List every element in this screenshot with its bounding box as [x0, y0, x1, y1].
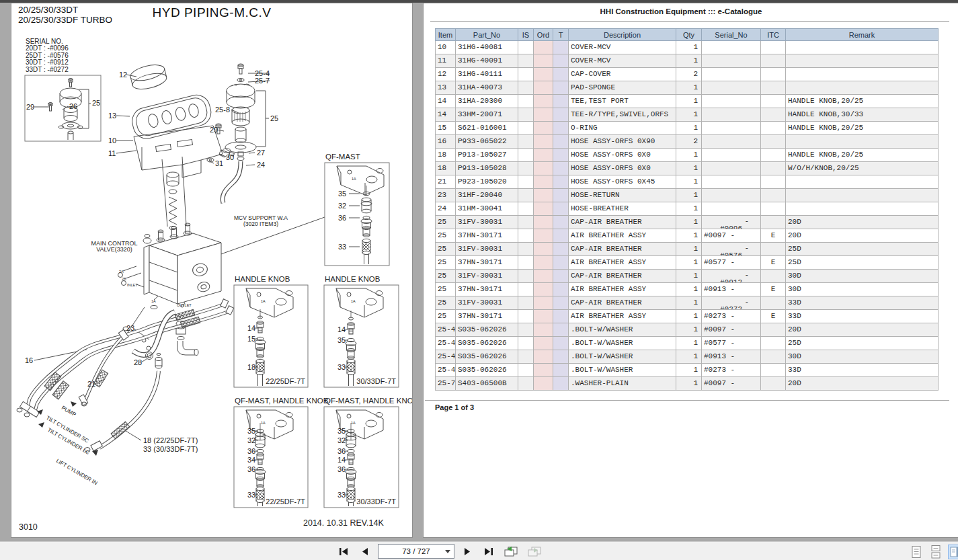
- table-row[interactable]: 1433HM-20071TEE-R/TYPE,SWIVEL,ORFS1HANDL…: [436, 108, 939, 122]
- cell-item: 25: [436, 270, 456, 283]
- cell-part_no: 37HN-30171: [456, 283, 518, 296]
- cell-ord: [534, 54, 553, 68]
- cell-remark: 33D: [786, 364, 939, 377]
- part-callout: INLET: [127, 283, 138, 287]
- cell-itc: [761, 323, 786, 337]
- table-row[interactable]: 25-7S403-06500B.WASHER-PLAIN1#0097 -20D: [436, 377, 939, 391]
- cell-serial: [702, 54, 761, 68]
- parts-list-page: HHI Construction Equipment ::: e-Catalog…: [423, 3, 958, 538]
- table-row[interactable]: 25-4S035-062026.BOLT-W/WASHER1#0913 -30D: [436, 350, 939, 364]
- table-row[interactable]: 2537HN-30171AIR BREATHER ASSY1#0273 -E33…: [436, 310, 939, 323]
- cell-serial: [702, 81, 761, 95]
- part-callout: 10: [108, 136, 116, 145]
- cell-serial: [702, 95, 761, 108]
- cell-qty: 1: [676, 364, 702, 377]
- cell-is: [518, 189, 534, 202]
- cell-t: [553, 202, 569, 216]
- cell-remark: [786, 41, 939, 54]
- cell-serial: [702, 175, 761, 189]
- cell-is: [518, 337, 534, 350]
- cell-serial: [702, 135, 761, 149]
- cell-serial: #0097 -: [702, 323, 761, 337]
- cell-part_no: 33HM-20071: [456, 108, 518, 122]
- table-row[interactable]: 2331HF-20040HOSE-RETURN1: [436, 189, 939, 202]
- drawing-title: HYD PIPING-M.C.V: [11, 5, 412, 20]
- table-row[interactable]: 2531FV-30031CAP-AIR BREATHER1-#009620D: [436, 216, 939, 229]
- cell-ord: [534, 68, 553, 81]
- detail-box: 143533HANDLE KNOB30/33DF-7T1A: [324, 275, 399, 387]
- table-row[interactable]: 16P933-065022HOSE ASSY-ORFS 0X902: [436, 135, 939, 149]
- cell-qty: 1: [676, 229, 702, 243]
- table-row[interactable]: 1431HA-20300TEE,TEST PORT1HANDLE KNOB,20…: [436, 95, 939, 108]
- table-row[interactable]: 2531FV-30031CAP-AIR BREATHER1-#027233D: [436, 296, 939, 310]
- first-page-button[interactable]: [336, 545, 351, 559]
- table-row[interactable]: 2531FV-30031CAP-AIR BREATHER1-#091230D: [436, 270, 939, 283]
- cell-item: 25: [436, 296, 456, 310]
- cell-ord: [534, 283, 553, 296]
- table-row[interactable]: 25-4S035-062026.BOLT-W/WASHER1#0577 -25D: [436, 337, 939, 350]
- cell-item: 25: [436, 256, 456, 270]
- cell-is: [518, 229, 534, 243]
- cell-qty: 1: [676, 189, 702, 202]
- main-control-valve: [118, 223, 222, 309]
- cell-itc: [761, 270, 786, 283]
- table-row[interactable]: 25-4S035-062026.BOLT-W/WASHER1#0273 -33D: [436, 364, 939, 377]
- cell-qty: 1: [676, 108, 702, 122]
- cell-qty: 1: [676, 337, 702, 350]
- table-row[interactable]: 2537HN-30171AIR BREATHER ASSY1#0097 -E20…: [436, 229, 939, 243]
- valve-top-parts: [167, 172, 179, 230]
- table-row[interactable]: 1031HG-40081COVER-MCV1: [436, 41, 939, 54]
- part-callout: 12: [119, 71, 127, 79]
- next-page-button[interactable]: [461, 545, 475, 559]
- table-row[interactable]: 1131HG-40091COVER-MCV1: [436, 54, 939, 68]
- cell-t: [553, 364, 569, 377]
- single-page-view-button[interactable]: [909, 544, 924, 560]
- continuous-view-button[interactable]: [928, 544, 943, 560]
- two-page-view-button[interactable]: [948, 545, 958, 559]
- cell-is: [518, 202, 534, 216]
- cell-item: 14: [436, 95, 456, 108]
- cell-t: [553, 162, 569, 175]
- table-row[interactable]: 1331HA-40073PAD-SPONGE1: [436, 81, 939, 95]
- table-row[interactable]: 2537HN-30171AIR BREATHER ASSY1#0577 -E25…: [436, 256, 939, 270]
- cell-remark: HANDLE KNOB,20/25: [786, 122, 939, 135]
- cell-ord: [534, 350, 553, 364]
- cell-part_no: 37HN-30171: [456, 229, 518, 243]
- cell-is: [518, 54, 534, 68]
- cell-itc: E: [761, 283, 786, 296]
- cell-description: AIR BREATHER ASSY: [569, 229, 676, 243]
- cell-is: [518, 95, 534, 108]
- previous-page-icon: [360, 547, 368, 556]
- part-callout: (3020 ITEM3): [243, 221, 278, 227]
- cell-qty: 1: [676, 270, 702, 283]
- sheet-number: 3010: [19, 522, 38, 532]
- page-count: Page 1 of 3: [435, 403, 474, 411]
- page-number-select[interactable]: 73 / 727: [378, 544, 454, 559]
- cell-ord: [534, 175, 553, 189]
- table-row[interactable]: 2537HN-30171AIR BREATHER ASSY1#0913 -E30…: [436, 283, 939, 296]
- cell-t: [553, 122, 569, 135]
- table-row[interactable]: 18P913-105027HOSE ASSY-ORFS 0X01HANDLE K…: [436, 149, 939, 162]
- next-view-button[interactable]: [526, 545, 543, 559]
- cell-is: [518, 364, 534, 377]
- part-callout: 33: [338, 243, 346, 251]
- header-divider: [430, 21, 949, 22]
- previous-page-button[interactable]: [357, 545, 372, 559]
- port-label: 1A: [352, 177, 356, 181]
- part-callout: PUMP: [61, 405, 77, 417]
- cell-ord: [534, 364, 553, 377]
- previous-view-button[interactable]: [502, 545, 520, 559]
- table-row[interactable]: 2531FV-30031CAP-AIR BREATHER1-#057625D: [436, 243, 939, 256]
- cell-t: [553, 337, 569, 350]
- detail-box-variant: 30/33DF-7T: [356, 497, 396, 506]
- cell-ord: [534, 95, 553, 108]
- table-row[interactable]: 25-4S035-062026.BOLT-W/WASHER1#0097 -20D: [436, 323, 939, 337]
- table-row[interactable]: 15S621-016001O-RING1HANDLE KNOB,20/25: [436, 122, 939, 135]
- cell-part_no: 37HN-30171: [456, 256, 518, 270]
- last-page-button[interactable]: [481, 545, 496, 559]
- cell-t: [553, 41, 569, 54]
- table-row[interactable]: 21P923-105020HOSE ASSY-ORFS 0X451: [436, 175, 939, 189]
- table-row[interactable]: 18P913-105028HOSE ASSY-ORFS 0X01W/O/H/KN…: [436, 162, 939, 175]
- table-row[interactable]: 1231HG-40111CAP-COVER2: [436, 68, 939, 81]
- table-row[interactable]: 2431HM-30041HOSE-BREATHER1: [436, 202, 939, 216]
